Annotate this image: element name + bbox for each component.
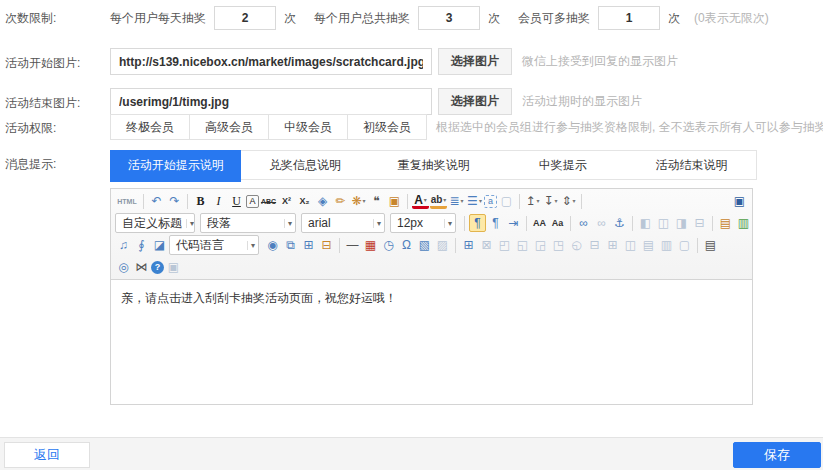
help-icon[interactable]: ? [151,261,164,274]
delete-row-icon[interactable]: ⊟ [586,236,603,254]
insert-row-icon[interactable]: ◱ [514,236,531,254]
background-color-icon[interactable]: ⊞ [300,236,317,254]
tab-win-message[interactable]: 中奖提示 [498,151,627,179]
new-doc-icon[interactable]: ▢ [676,236,693,254]
table-title-icon[interactable]: ◰ [496,236,513,254]
remove-format-icon[interactable]: ◈ [314,192,331,210]
ordered-list-icon[interactable]: ≣▾ [448,192,465,210]
paragraph-space-after-icon[interactable]: ↧▾ [542,192,559,210]
permission-option-junior[interactable]: 初级会员 [347,114,427,140]
link-icon[interactable]: ∞ [575,214,592,232]
tab-redeem-message[interactable]: 兑奖信息说明 [240,151,369,179]
undo-icon[interactable]: ↶ [148,192,165,210]
insert-table-icon[interactable]: ⊞ [460,236,477,254]
per-day-input[interactable] [214,6,276,30]
direction-ltr-icon[interactable]: ¶ [469,214,486,232]
back-button[interactable]: 返回 [4,442,90,468]
tab-repeat-draw-message[interactable]: 重复抽奖说明 [369,151,498,179]
chevron-down-icon: ▾ [186,219,194,228]
member-extra-label: 会员可多抽奖 [518,10,590,27]
direction-rtl-icon[interactable]: ¶ [487,214,504,232]
map-icon[interactable]: ◉ [264,236,281,254]
subscript-icon[interactable]: X₂ [296,192,313,210]
line-height-icon[interactable]: ⇕▾ [560,192,577,210]
underline-icon[interactable]: U [228,192,245,210]
preview-icon[interactable]: ◎ [115,258,132,276]
print-icon[interactable]: ▤ [702,236,719,254]
indent-icon[interactable]: ⇥ [505,214,522,232]
word-image-icon[interactable]: ▧ [416,236,433,254]
save-button[interactable]: 保存 [733,442,821,468]
to-uppercase-icon[interactable]: AA [531,214,548,232]
image-align-block-icon[interactable]: ⊟ [691,214,708,232]
horizontal-rule-icon[interactable]: — [344,236,361,254]
font-family-value: arial [308,216,331,230]
delete-table-icon[interactable]: ⊠ [478,236,495,254]
music-icon[interactable]: ♫ [115,236,132,254]
start-image-label: 活动开始图片: [5,55,107,72]
unlink-icon[interactable]: ∞ [593,214,610,232]
format-painter-icon[interactable]: ✏ [332,192,349,210]
bold-icon[interactable]: B [192,192,209,210]
start-image-pick-button[interactable]: 选择图片 [438,48,512,75]
to-lowercase-icon[interactable]: Aa [549,214,566,232]
end-image-pick-button[interactable]: 选择图片 [438,88,512,115]
simple-upload-icon[interactable]: ▨ [434,236,451,254]
font-color-icon[interactable]: A▾ [412,194,429,209]
multi-image-upload-icon[interactable]: ▥ [735,214,750,232]
permission-option-middle[interactable]: 中级会员 [268,114,348,140]
tab-start-message[interactable]: 活动开始提示说明 [110,150,241,182]
redo-icon[interactable]: ↷ [166,192,183,210]
start-image-input[interactable] [110,48,432,75]
merge-cells-icon[interactable]: ◫ [622,236,639,254]
member-extra-input[interactable] [598,6,660,30]
paste-icon[interactable]: ▣ [165,258,182,276]
source-icon[interactable]: HTML [115,192,139,210]
strikethrough-icon[interactable]: ABC [260,192,277,210]
end-image-input[interactable] [110,88,432,115]
split-to-rows-icon[interactable]: ▤ [640,236,657,254]
image-align-right-icon[interactable]: ◨ [673,214,690,232]
font-size-select[interactable]: 12px▾ [390,213,456,233]
anchor-icon[interactable]: a [484,195,497,208]
unordered-list-icon[interactable]: ☰▾ [466,192,483,210]
toolbar-separator [143,194,144,209]
paste-filter-icon[interactable]: ▣ [386,192,403,210]
screenshot-icon[interactable]: ⧉ [282,236,299,254]
merge-down-icon[interactable]: ◵ [568,236,585,254]
paragraph-space-before-icon[interactable]: ↥▾ [524,192,541,210]
image-align-center-icon[interactable]: ◫ [655,214,672,232]
special-chars-icon[interactable]: Ω [398,236,415,254]
split-to-cols-icon[interactable]: ▥ [658,236,675,254]
italic-icon[interactable]: I [210,192,227,210]
anchor-insert-icon[interactable]: ⚓ [611,214,628,232]
image-align-left-icon[interactable]: ◧ [637,214,654,232]
auto-typeset-icon[interactable]: ❋▾ [350,192,367,210]
editor-content-area[interactable]: 亲，请点击进入刮刮卡抽奖活动页面，祝您好运哦！ [111,280,752,404]
permission-option-ultimate[interactable]: 终极会员 [110,114,190,140]
highlight-color-icon[interactable]: ab▾ [430,194,447,209]
insert-date-icon[interactable]: ▦ [362,236,379,254]
insert-time-icon[interactable]: ◷ [380,236,397,254]
font-border-icon[interactable]: A [246,195,259,208]
merge-right-icon[interactable]: ◳ [550,236,567,254]
attachment-icon[interactable]: ∮ [133,236,150,254]
toolbar-row-3: ♫∮◪代码语言▾◉⧉⊞⊟—▦◷Ω▧▨⊞⊠◰◱◲◳◵⊟⊞◫▤▥▢▤ [113,234,750,256]
total-input[interactable] [418,6,480,30]
template-icon[interactable]: ⊟ [318,236,335,254]
new-page-icon[interactable]: ▢ [498,192,515,210]
delete-col-icon[interactable]: ⊞ [604,236,621,254]
find-replace-icon[interactable]: ⋈ [133,258,150,276]
fullscreen-icon[interactable]: ▣ [731,192,748,210]
insert-col-icon[interactable]: ◲ [532,236,549,254]
paragraph-format-select[interactable]: 段落▾ [200,213,296,233]
custom-title-select[interactable]: 自定义标题▾ [115,213,195,233]
insert-image-icon[interactable]: ▤ [717,214,734,232]
permission-option-senior[interactable]: 高级会员 [189,114,269,140]
superscript-icon[interactable]: X² [278,192,295,210]
tab-end-message[interactable]: 活动结束说明 [627,151,756,179]
blockquote-icon[interactable]: ❝ [368,192,385,210]
font-family-select[interactable]: arial▾ [301,213,385,233]
code-language-select[interactable]: 代码语言▾ [169,235,259,255]
insert-code-icon[interactable]: ◪ [151,236,168,254]
